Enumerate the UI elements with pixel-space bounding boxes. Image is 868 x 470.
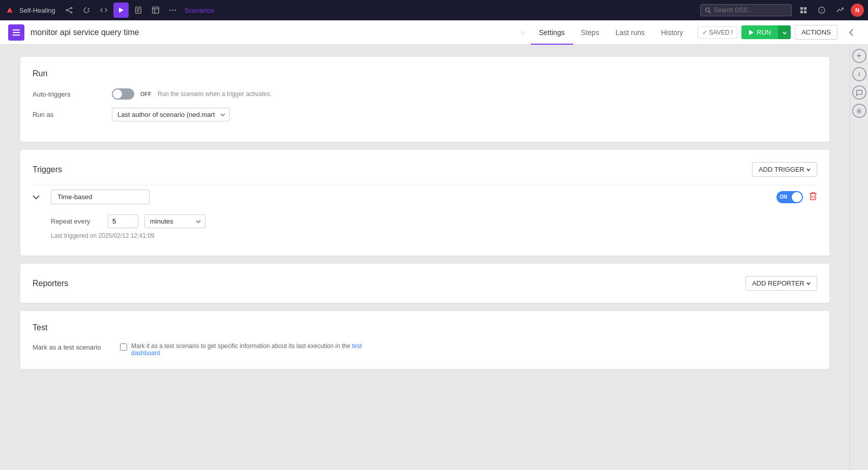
trigger-type-input[interactable] xyxy=(51,190,149,204)
sidebar-settings-icon[interactable] xyxy=(852,104,866,118)
search-box[interactable] xyxy=(700,4,792,16)
back-button[interactable] xyxy=(844,24,860,41)
run-as-row: Run as Last author of scenario (ned.mart xyxy=(33,108,817,121)
svg-point-0 xyxy=(71,7,72,9)
reporters-header: Reporters ADD REPORTER xyxy=(33,276,817,291)
top-navigation: 🔺 Self-Healing Scenarios ? xyxy=(0,0,868,20)
triggers-card-title: Triggers xyxy=(33,165,62,174)
auto-triggers-control: OFF Run the scenario when a trigger acti… xyxy=(112,88,272,100)
main-content: Run Auto-triggers OFF Run the scenario w… xyxy=(0,45,868,470)
tab-history[interactable]: History xyxy=(653,21,692,45)
actions-button[interactable]: ACTIONS xyxy=(795,25,837,40)
svg-line-17 xyxy=(709,11,710,13)
svg-rect-18 xyxy=(800,7,803,10)
toggle-knob xyxy=(113,89,122,99)
run-card-title: Run xyxy=(33,69,817,78)
sidebar-info-icon[interactable]: i xyxy=(852,67,866,81)
add-reporter-button[interactable]: ADD REPORTER xyxy=(745,276,817,291)
test-row: Mark as a test scenario Mark it as a tes… xyxy=(33,342,817,357)
repeat-value-input[interactable] xyxy=(108,214,138,228)
nav-table-icon[interactable] xyxy=(148,3,163,18)
scenario-title: monitor api service query time xyxy=(31,28,511,37)
add-reporter-label: ADD REPORTER xyxy=(752,279,804,287)
run-dropdown-button[interactable] xyxy=(778,25,791,39)
nav-share-icon[interactable] xyxy=(62,3,77,18)
nav-right-icons: ? N xyxy=(796,3,864,18)
repeat-unit-select[interactable]: minutes hours days xyxy=(144,214,205,228)
tab-settings[interactable]: Settings xyxy=(531,21,573,45)
svg-point-13 xyxy=(169,10,171,11)
hamburger-button[interactable] xyxy=(8,24,24,41)
tab-steps[interactable]: Steps xyxy=(573,21,608,45)
trigger-on-label: ON xyxy=(780,194,787,200)
content-area: Run Auto-triggers OFF Run the scenario w… xyxy=(0,45,850,470)
run-button[interactable]: RUN xyxy=(741,25,778,39)
nav-run-icon[interactable] xyxy=(113,3,129,18)
run-as-select[interactable]: Last author of scenario (ned.mart xyxy=(112,108,230,121)
trigger-details: Repeat every minutes hours days Last tri… xyxy=(33,208,817,243)
test-checkbox-group: Mark it as a test scenario to get specif… xyxy=(120,342,385,357)
nav-doc-icon[interactable] xyxy=(131,3,146,18)
user-avatar[interactable]: N xyxy=(851,4,864,17)
svg-text:?: ? xyxy=(821,9,823,13)
test-scenario-checkbox[interactable] xyxy=(120,343,127,351)
mark-as-test-label: Mark as a test scenario xyxy=(33,342,114,351)
svg-line-4 xyxy=(68,11,71,12)
nav-refresh-icon[interactable] xyxy=(79,3,94,18)
last-triggered-text: Last triggered on 2025/02/12 12:41:09 xyxy=(51,232,817,239)
sidebar-plus-icon[interactable]: + xyxy=(852,49,866,63)
svg-marker-27 xyxy=(749,30,754,35)
nav-scenarios-label[interactable]: Scenarios xyxy=(185,7,214,14)
auto-triggers-toggle[interactable] xyxy=(112,88,134,100)
run-as-label: Run as xyxy=(33,111,104,118)
svg-rect-21 xyxy=(804,11,806,13)
tab-last-runs[interactable]: Last runs xyxy=(607,21,653,45)
trigger-row: ON xyxy=(33,185,817,208)
triggers-header: Triggers ADD TRIGGER xyxy=(33,162,817,177)
run-card: Run Auto-triggers OFF Run the scenario w… xyxy=(20,57,829,142)
svg-rect-19 xyxy=(804,7,806,10)
nav-trending-icon[interactable] xyxy=(832,3,848,18)
nav-more-icon[interactable] xyxy=(165,3,181,18)
repeat-every-label: Repeat every xyxy=(51,217,102,225)
auto-triggers-state: OFF xyxy=(140,91,152,97)
right-sidebar: + i xyxy=(850,45,868,470)
svg-point-1 xyxy=(66,10,68,11)
trigger-toggle[interactable]: ON xyxy=(776,191,803,203)
scenario-title-icon: ○ xyxy=(521,28,525,37)
save-check-icon: ✓ xyxy=(702,29,707,36)
reporters-card: Reporters ADD REPORTER xyxy=(20,264,829,303)
svg-point-14 xyxy=(172,10,174,11)
auto-triggers-desc: Run the scenario when a trigger activate… xyxy=(158,90,272,98)
header-tabs: Settings Steps Last runs History xyxy=(531,20,692,44)
trigger-delete-icon[interactable] xyxy=(809,192,817,203)
svg-point-15 xyxy=(175,10,176,11)
nav-grid-icon[interactable] xyxy=(796,3,811,18)
repeat-row: Repeat every minutes hours days xyxy=(51,214,817,228)
saved-label: SAVED ! xyxy=(709,29,733,36)
secondary-header: monitor api service query time ○ Setting… xyxy=(0,20,868,45)
auto-triggers-row: Auto-triggers OFF Run the scenario when … xyxy=(33,88,817,100)
trigger-chevron-icon[interactable] xyxy=(33,193,45,201)
add-trigger-label: ADD TRIGGER xyxy=(759,166,804,173)
svg-rect-20 xyxy=(800,11,803,13)
triggers-card: Triggers ADD TRIGGER ON xyxy=(20,150,829,256)
header-actions: ✓ SAVED ! RUN ACTIONS xyxy=(698,25,837,40)
svg-point-30 xyxy=(858,110,860,112)
nav-code-icon[interactable] xyxy=(96,3,111,18)
svg-point-2 xyxy=(71,12,72,13)
svg-rect-10 xyxy=(153,7,159,13)
test-description: Mark it as a test scenario to get specif… xyxy=(131,342,385,357)
search-input[interactable] xyxy=(714,7,785,14)
add-trigger-button[interactable]: ADD TRIGGER xyxy=(752,162,817,177)
sidebar-chat-icon[interactable] xyxy=(852,85,866,100)
svg-point-16 xyxy=(706,8,710,12)
trigger-toggle-knob xyxy=(792,192,802,202)
test-card: Test Mark as a test scenario Mark it as … xyxy=(20,311,829,369)
app-logo: 🔺 xyxy=(4,5,15,16)
auto-triggers-label: Auto-triggers xyxy=(33,90,104,98)
nav-help-icon[interactable]: ? xyxy=(814,3,829,18)
saved-badge: ✓ SAVED ! xyxy=(698,26,737,39)
svg-marker-5 xyxy=(119,8,124,13)
run-btn-group: RUN xyxy=(741,25,791,39)
